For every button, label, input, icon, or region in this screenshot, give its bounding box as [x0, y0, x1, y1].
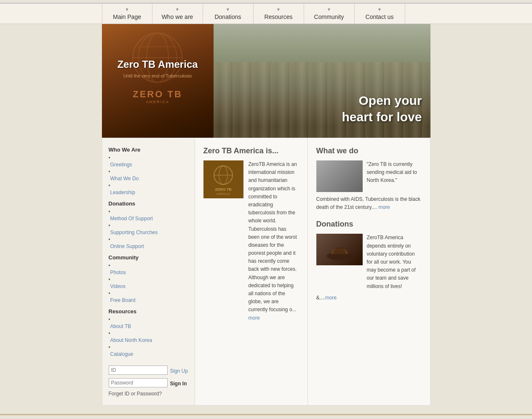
dropdown-arrow-icon: ▼ — [226, 7, 230, 12]
sidebar-link-greetings[interactable]: Greetings — [109, 162, 188, 168]
nav-contact-us-label: Contact us — [366, 13, 394, 20]
right-donations: Donations ZeroTB America depends entirel… — [316, 220, 422, 302]
footer: Copyright 2012 © zerotb.org. All rights … — [0, 414, 532, 419]
right-what-we-do-quote: "Zero TB is currently sending medical ai… — [367, 160, 422, 192]
signup-link[interactable]: Sign Up — [170, 368, 188, 374]
sidebar-section-resources: Resources — [109, 308, 188, 315]
right-donations-block: ZeroTB America depends entirely on volun… — [316, 234, 422, 290]
right-what-we-do: What we do "Zero TB is currently sending… — [316, 147, 422, 211]
donations-image — [316, 234, 363, 265]
dropdown-arrow-icon: ▼ — [276, 7, 281, 12]
forget-link[interactable]: Forget ID or Password? — [109, 391, 188, 397]
center-section-title: Zero TB America is... — [203, 147, 299, 155]
sidebar-link-method-of-support[interactable]: Method Of Support — [109, 216, 188, 222]
right-content: What we do "Zero TB is currently sending… — [308, 138, 430, 405]
sidebar-link-videos[interactable]: Videos — [109, 283, 188, 289]
sidebar-link-about-north-korea[interactable]: About North Korea — [109, 337, 188, 343]
sidebar-link-leadership[interactable]: Leadership — [109, 189, 188, 195]
right-what-we-do-title: What we do — [316, 147, 422, 155]
dropdown-arrow-icon: ▼ — [125, 7, 129, 12]
sidebar: Who We Are • Greetings • What We Do • Le… — [102, 138, 195, 405]
signin-button[interactable]: Sign In — [170, 381, 187, 387]
nav-main-page[interactable]: ▼ Main Page — [102, 4, 152, 24]
password-input[interactable] — [109, 378, 168, 387]
nav-who-we-are-label: Who we are — [162, 13, 193, 20]
sidebar-link-about-tb[interactable]: About TB — [109, 323, 188, 329]
hero-section: Zero TB America Until the very end of Tu… — [102, 24, 430, 138]
nav-contact-us[interactable]: ▼ Contact us — [355, 4, 405, 24]
hero-logo-sub: AMERICA — [146, 100, 169, 104]
dropdown-arrow-icon: ▼ — [327, 7, 331, 12]
hero-left-panel: Zero TB America Until the very end of Tu… — [102, 24, 214, 138]
main-content: Who We Are • Greetings • What We Do • Le… — [102, 138, 430, 406]
sidebar-link-what-we-do[interactable]: What We Do — [109, 176, 188, 181]
id-input[interactable] — [109, 366, 168, 375]
nav-community-label: Community — [314, 13, 344, 20]
nav-donations[interactable]: ▼ Donations — [203, 4, 254, 24]
nav-donations-label: Donations — [214, 13, 241, 20]
hero-tagline: Open yourheart for love — [342, 92, 422, 125]
nav-who-we-are[interactable]: ▼ Who we are — [152, 4, 203, 24]
dropdown-arrow-icon: ▼ — [377, 7, 382, 12]
center-article-image: ZERO TB AMERICA — [203, 160, 243, 198]
sidebar-section-donations: Donations — [109, 200, 188, 207]
login-form: Sign Up Sign In Forget ID or Password? — [109, 366, 188, 397]
nav-resources-label: Resources — [265, 13, 293, 20]
nav-community[interactable]: ▼ Community — [304, 4, 355, 24]
what-we-do-more-link[interactable]: more — [378, 204, 390, 210]
hero-title: Zero TB America — [117, 58, 198, 71]
right-what-we-do-body: Combined with AIDS, Tuberculosis is the … — [316, 195, 422, 211]
donations-more-link[interactable]: more — [325, 295, 337, 301]
center-article-text: ZeroTB America is an international missi… — [249, 160, 299, 322]
hero-logo-text: ZERO TB — [133, 89, 182, 100]
dropdown-arrow-icon: ▼ — [175, 7, 179, 12]
sidebar-section-community: Community — [109, 254, 188, 261]
svg-text:AMERICA: AMERICA — [217, 192, 230, 195]
right-donations-more: &....more — [316, 294, 422, 302]
center-content: Zero TB America is... ZERO TB AMERICA Ze… — [195, 138, 308, 405]
nav-main-page-label: Main Page — [113, 13, 141, 20]
what-we-do-image — [316, 160, 363, 192]
sidebar-link-catalogue[interactable]: Catalogue — [109, 351, 188, 357]
svg-text:ZERO TB: ZERO TB — [215, 187, 232, 192]
sidebar-link-free-board[interactable]: Free Board — [109, 297, 188, 303]
sidebar-link-online-support[interactable]: Online Support — [109, 243, 188, 249]
right-donations-text: ZeroTB America depends entirely on volun… — [367, 234, 422, 290]
main-nav: ▼ Main Page ▼ Who we are ▼ Donations ▼ R… — [0, 3, 532, 24]
right-what-we-do-block: "Zero TB is currently sending medical ai… — [316, 160, 422, 192]
hero-right-panel: Open yourheart for love — [214, 24, 430, 138]
sidebar-section-who-we-are: Who We Are — [109, 147, 188, 153]
hero-subtitle: Until the very end of Tuberculosis — [123, 73, 192, 78]
nav-resources[interactable]: ▼ Resources — [254, 4, 304, 24]
center-article: ZERO TB AMERICA ZeroTB America is an int… — [203, 160, 299, 322]
sidebar-link-photos[interactable]: Photos — [109, 270, 188, 275]
sidebar-link-supporting-churches[interactable]: Supporting Churches — [109, 230, 188, 235]
right-donations-title: Donations — [316, 220, 422, 229]
center-more-link[interactable]: more — [249, 315, 260, 321]
